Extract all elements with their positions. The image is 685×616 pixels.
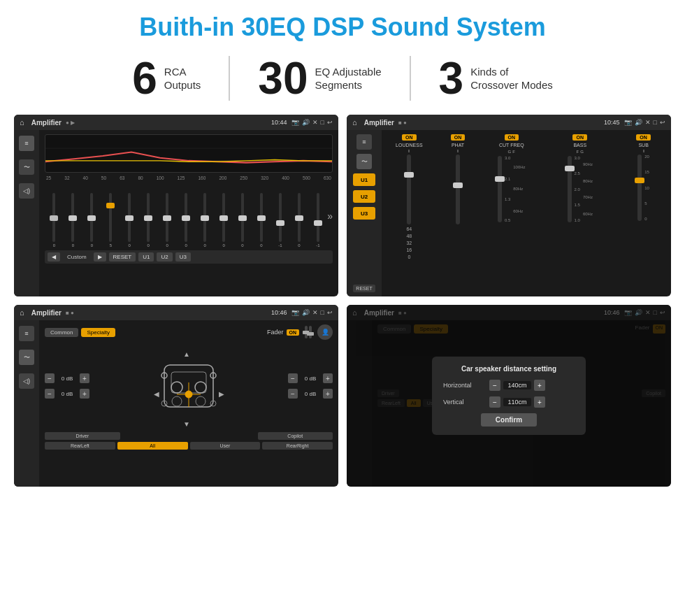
fader-profile-icon[interactable]: 👤: [317, 324, 333, 340]
back-icon[interactable]: ↩: [327, 119, 333, 126]
close3-icon[interactable]: ✕: [312, 309, 318, 316]
copilot-btn[interactable]: Copilot: [258, 432, 333, 440]
distance-screen-card: ⌂ Amplifier ■ ● 10:46 📷 🔊 ✕ □ ↩ Common S…: [347, 305, 671, 487]
eq-slider-2[interactable]: 0: [82, 193, 101, 248]
sub-slider[interactable]: [637, 155, 642, 221]
window2-icon[interactable]: □: [654, 119, 657, 126]
fader-db-fr-plus[interactable]: +: [323, 373, 333, 383]
back3-icon[interactable]: ↩: [327, 309, 333, 316]
eq-slider-0[interactable]: 0: [45, 193, 64, 248]
cutfreq-slider-g[interactable]: [498, 156, 502, 222]
eq-slider-5[interactable]: 0: [139, 193, 158, 248]
eq-slider-3[interactable]: 5: [101, 193, 120, 248]
fader-on-toggle[interactable]: ON: [287, 329, 300, 336]
dialog-horizontal-row: Horizontal − 140cm +: [443, 380, 575, 391]
fader-db-rr-plus[interactable]: +: [323, 389, 333, 399]
fader-db-rl-plus[interactable]: +: [80, 389, 89, 399]
eq-slider-9[interactable]: 0: [215, 193, 233, 248]
eq-slider-1[interactable]: 0: [64, 193, 82, 248]
eq-dots: ● ▶: [66, 120, 75, 126]
vertical-plus-btn[interactable]: +: [534, 396, 545, 408]
fader-db-rl-minus[interactable]: −: [45, 389, 55, 399]
eq-icon[interactable]: ≡: [19, 136, 34, 151]
preset-u3-btn[interactable]: U3: [353, 207, 375, 220]
horizontal-plus-btn[interactable]: +: [534, 380, 545, 391]
svg-text:▼: ▼: [183, 420, 190, 428]
eq-slider-8[interactable]: 0: [196, 193, 215, 248]
bass-toggle[interactable]: ON: [572, 134, 587, 141]
eq-reset-btn[interactable]: RESET: [109, 252, 136, 262]
eq-u3-btn[interactable]: U3: [175, 252, 191, 262]
window3-icon[interactable]: □: [321, 309, 324, 316]
fader-db-fr-minus[interactable]: −: [288, 373, 298, 383]
cutfreq-toggle[interactable]: ON: [505, 134, 519, 141]
sub-channel: ON SUB 20 15 10 5 0: [619, 134, 668, 292]
confirm-button[interactable]: Confirm: [481, 413, 537, 427]
eq-slider-13[interactable]: 0: [289, 193, 308, 248]
close-icon[interactable]: ✕: [312, 119, 318, 126]
home2-icon[interactable]: ⌂: [352, 118, 357, 127]
eq-screen-card: ⌂ Amplifier ● ▶ 10:44 📷 🔊 ✕ □ ↩ ≡ 〜 ◁): [14, 115, 338, 296]
fader-db-fl-plus[interactable]: +: [80, 373, 89, 383]
eq-freq-labels: 253240506380100125160200250320400500630: [45, 176, 333, 180]
eq-slider-7[interactable]: 0: [177, 193, 196, 248]
preset-u1-btn[interactable]: U1: [353, 173, 375, 186]
volume3-icon: 🔊: [302, 309, 310, 316]
eq-sidebar: ≡ 〜 ◁): [14, 130, 39, 296]
eq-slider-10[interactable]: 0: [233, 193, 252, 248]
eq-u2-btn[interactable]: U2: [157, 252, 172, 262]
window-icon[interactable]: □: [321, 119, 324, 126]
eq-slider-4[interactable]: 0: [120, 193, 139, 248]
crossover-topbar-icons: 📷 🔊 ✕ □ ↩: [624, 119, 665, 126]
eq-slider-6[interactable]: 0: [158, 193, 177, 248]
fader-db-rr-minus[interactable]: −: [288, 389, 298, 399]
fader-h-slider2[interactable]: [309, 326, 312, 338]
eq-play-btn[interactable]: ▶: [94, 252, 106, 262]
home-icon[interactable]: ⌂: [20, 118, 24, 127]
cutfreq-label: CUT FREQ: [499, 143, 524, 148]
eq-slider-12[interactable]: -1: [271, 193, 289, 248]
bass-hz-vals: 90Hz 80Hz 70Hz 60Hz: [583, 156, 593, 222]
eq-slider-14[interactable]: -1: [308, 193, 327, 248]
phat-slider-a[interactable]: [456, 155, 460, 224]
driver-btn[interactable]: Driver: [45, 432, 120, 440]
stat-eq: 30 EQ AdjustableSegments: [230, 56, 410, 101]
fader-eq-icon[interactable]: ≡: [19, 326, 34, 341]
cross-wave-icon[interactable]: 〜: [356, 154, 372, 169]
rearleft-btn[interactable]: RearLeft: [45, 442, 115, 450]
cross-eq-icon[interactable]: ≡: [356, 134, 372, 150]
eq-more-icon[interactable]: »: [327, 210, 333, 222]
stat-rca: 6 RCAOutputs: [104, 56, 230, 101]
user-btn[interactable]: User: [190, 442, 261, 450]
vertical-minus-btn[interactable]: −: [489, 396, 500, 408]
back2-icon[interactable]: ↩: [660, 119, 665, 126]
loudness-slider-1[interactable]: [407, 155, 411, 224]
car-svg: ▲ ▼ ◀ ▶: [150, 344, 227, 428]
fader-tab-common[interactable]: Common: [45, 328, 78, 337]
horizontal-minus-btn[interactable]: −: [489, 380, 500, 391]
phat-sliders: [456, 155, 460, 224]
eq-u1-btn[interactable]: U1: [138, 252, 154, 262]
fader-speaker-icon[interactable]: ◁): [19, 373, 34, 389]
sub-toggle[interactable]: ON: [636, 134, 651, 141]
speaker-icon[interactable]: ◁): [19, 183, 34, 199]
home3-icon[interactable]: ⌂: [20, 308, 24, 317]
wave-icon[interactable]: 〜: [19, 159, 34, 175]
bass-slider-f[interactable]: [568, 156, 572, 222]
fader-db-fl-minus[interactable]: −: [45, 373, 55, 383]
eq-slider-11[interactable]: 0: [252, 193, 271, 248]
close2-icon[interactable]: ✕: [645, 119, 651, 126]
rearright-btn[interactable]: RearRight: [262, 442, 333, 450]
fader-sliders-h: [305, 326, 312, 338]
phat-toggle[interactable]: ON: [451, 134, 466, 141]
preset-u2-btn[interactable]: U2: [353, 190, 375, 203]
all-btn[interactable]: All: [117, 442, 188, 450]
car-diagram: ▲ ▼ ◀ ▶: [94, 344, 284, 428]
fader-wave-icon[interactable]: 〜: [19, 350, 34, 365]
fader-tab-specialty[interactable]: Specialty: [81, 328, 115, 337]
cross-reset-btn[interactable]: RESET: [353, 285, 375, 292]
eq-prev-btn[interactable]: ◀: [48, 252, 60, 262]
fader-bottom-row2: RearLeft All User RearRight: [45, 442, 333, 450]
eq-title: Amplifier: [31, 119, 62, 127]
loudness-toggle[interactable]: ON: [402, 134, 417, 141]
